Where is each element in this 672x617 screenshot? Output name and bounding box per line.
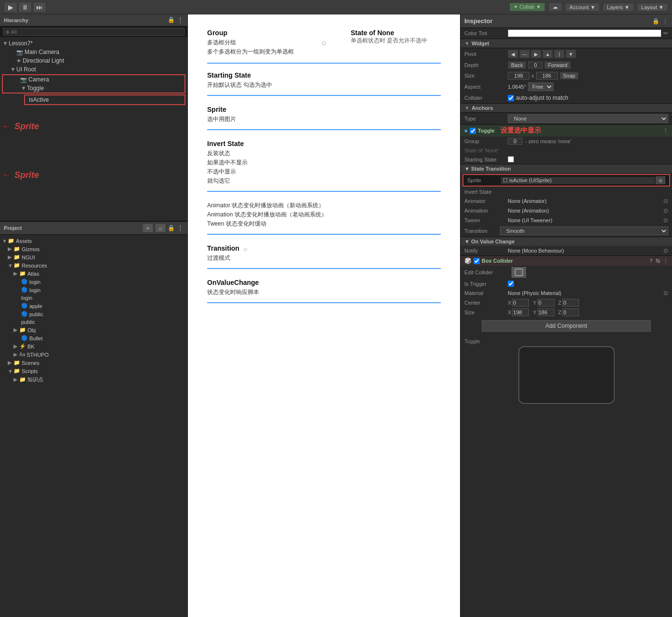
folder-zhishi[interactable]: ▶ 📁 知识点 <box>2 375 185 384</box>
depth-back-button[interactable]: Back <box>508 61 526 69</box>
layout-button[interactable]: Layout ▼ <box>637 3 668 12</box>
project-add-button[interactable]: + <box>143 224 153 232</box>
edit-collider-button[interactable] <box>512 267 526 278</box>
box-collider-settings[interactable]: ⇆ <box>656 258 660 264</box>
pivot-top[interactable]: ▲ <box>542 50 553 58</box>
doc-animation-line: Animation 状态变化时播放动画（老动画系统） <box>207 211 441 219</box>
folder-sthupo[interactable]: ▶ Aa STHUPO <box>2 350 185 359</box>
cloud-button[interactable]: ☁ <box>548 2 562 12</box>
tween-circle-btn[interactable]: ⊙ <box>663 217 668 224</box>
sprite-overlay-area: ← Sprite ← Sprite <box>0 120 187 182</box>
material-circle-btn[interactable]: ⊙ <box>663 290 668 296</box>
size2-z-input[interactable] <box>562 308 579 316</box>
hierarchy-header: Hierarchy 🔒 ⋮ <box>0 14 187 27</box>
pause-button[interactable]: ⏸ <box>18 2 32 13</box>
center-z-input[interactable] <box>562 299 579 307</box>
color-tint-bar[interactable] <box>508 29 661 37</box>
box-collider-help[interactable]: ? <box>649 258 653 264</box>
step-button[interactable]: ⏭ <box>33 2 46 13</box>
play-button[interactable]: ▶ <box>4 2 17 13</box>
pivot-buttons: ◀ — ▶ ▲ | ▼ <box>508 50 576 58</box>
add-component-button[interactable]: Add Component <box>482 320 651 332</box>
size-snap-button[interactable]: Snap <box>560 72 579 80</box>
doc-row-group: Group 多选框分组 多个多选框分为一组则变为单选框 ○ State of N… <box>207 29 441 64</box>
folder-scenes[interactable]: ▶ 📁 Scenes <box>2 359 185 367</box>
inspector-header-icons: 🔒 ⋮ <box>652 18 668 25</box>
depth-forward-button[interactable]: Forward <box>544 61 570 69</box>
folder-bk[interactable]: ▶ ⚡ BK <box>2 342 185 350</box>
project-search-button[interactable]: ⌕ <box>155 224 166 232</box>
animator-circle-btn[interactable]: ⊙ <box>663 198 668 204</box>
pivot-right[interactable]: ▶ <box>531 50 541 58</box>
animation-circle-btn[interactable]: ⊙ <box>663 207 668 214</box>
folder-scripts[interactable]: ▼ 📁 Scripts <box>2 367 185 375</box>
file-login-2[interactable]: 🔵 login <box>2 286 185 294</box>
file-bullet[interactable]: 🔵 Bullet <box>2 334 185 342</box>
file-login-3[interactable]: login <box>2 294 185 302</box>
is-trigger-label: Is Trigger <box>464 281 508 287</box>
anchors-section-header[interactable]: ▼ Anchors <box>461 103 672 113</box>
hierarchy-item-lesson7[interactable]: ▼ Lesson7* <box>0 39 187 48</box>
folder-obj[interactable]: ▶ 📁 Obj <box>2 326 185 334</box>
lock-icon-inspector: 🔒 <box>652 18 659 25</box>
pivot-center-h[interactable]: — <box>519 50 530 58</box>
file-public-2[interactable]: public <box>2 318 185 326</box>
state-transition-arrow: ▼ <box>464 166 471 172</box>
folder-gizmos[interactable]: ▶ 📁 Gizmos <box>2 245 185 253</box>
project-content[interactable]: ▼ 📁 Assets ▶ 📁 Gizmos ▶ 📁 NGUI ▼ 📁 <box>0 235 187 617</box>
aspect-dropdown[interactable]: Free <box>528 82 553 91</box>
doc-section-transition: Transition ○ 过渡模式 <box>207 244 441 269</box>
size2-x-input[interactable] <box>512 308 529 316</box>
file-login-1[interactable]: 🔵 login <box>2 278 185 286</box>
menu-dots[interactable]: ⋮ <box>177 16 184 24</box>
collab-button[interactable]: ✦ Collab ▼ <box>509 2 545 12</box>
hierarchy-item-main-camera[interactable]: 📷 Main Camera <box>0 48 187 56</box>
size-y-input[interactable] <box>536 72 558 80</box>
file-public-1[interactable]: 🔵 public <box>2 310 185 318</box>
pivot-bottom[interactable]: ▼ <box>566 50 576 58</box>
sprite-circle-btn[interactable]: ⊙ <box>656 176 665 184</box>
size2-y-input[interactable] <box>538 308 554 316</box>
hierarchy-item-toggle[interactable]: ▼ Toggle <box>3 84 184 93</box>
folder-atlas[interactable]: ▶ 📁 Atlas <box>2 269 185 278</box>
hierarchy-item-directional-light[interactable]: ☀ Directional Light <box>0 56 187 65</box>
notify-circle-btn[interactable]: ⊙ <box>663 247 668 254</box>
search-input[interactable] <box>3 28 184 36</box>
file-apple[interactable]: 🔵 apple <box>2 302 185 310</box>
circle-icon: ○ <box>321 38 327 48</box>
size-x-input[interactable] <box>508 72 529 80</box>
widget-section-header[interactable]: ▼ Widget <box>461 39 672 48</box>
layers-button[interactable]: Layers ▼ <box>603 3 634 12</box>
group-input[interactable] <box>508 138 522 145</box>
account-button[interactable]: Account ▼ <box>565 3 600 12</box>
collider-checkbox[interactable] <box>508 95 514 101</box>
doc-animator-line: Animator 状态变化时播放动画（新动画系统） <box>207 201 441 210</box>
sprite-field-value[interactable]: ☐ isActive (UISprite) <box>501 177 655 184</box>
depth-input[interactable] <box>528 62 542 68</box>
hierarchy-item-camera[interactable]: 📷 Camera <box>3 75 184 84</box>
folder-resources[interactable]: ▼ 📁 Resources <box>2 261 185 269</box>
box-collider-menu[interactable]: ⋮ <box>663 258 668 264</box>
toggle-section-checkbox[interactable] <box>470 128 476 134</box>
folder-assets[interactable]: ▼ 📁 Assets <box>2 237 185 245</box>
center-x-input[interactable] <box>512 299 529 307</box>
menu-dots-inspector[interactable]: ⋮ <box>662 18 668 25</box>
starting-state-checkbox[interactable] <box>508 156 514 162</box>
toggle-section-menu[interactable]: ⋮ <box>663 128 668 134</box>
pivot-left[interactable]: ◀ <box>508 50 518 58</box>
toggle-preview-label: Toggle <box>464 338 668 344</box>
folder-ngui[interactable]: ▶ 📁 NGUI <box>2 253 185 261</box>
doc-group-title: Group <box>207 29 297 37</box>
transition-label: Transition <box>464 228 500 234</box>
color-tint-eyedropper[interactable]: ✏ <box>663 30 668 37</box>
center-label: Center <box>464 300 508 306</box>
hierarchy-item-ui-root[interactable]: ▼ UI Root <box>0 65 187 74</box>
hierarchy-item-isactive[interactable]: isActive <box>25 95 184 104</box>
anchors-type-select[interactable]: None <box>508 114 668 123</box>
transition-select[interactable]: Smooth <box>500 227 668 235</box>
box-collider-checkbox[interactable] <box>474 258 480 264</box>
center-y-input[interactable] <box>538 299 554 307</box>
menu-dots-project[interactable]: ⋮ <box>177 224 184 232</box>
pivot-center-v[interactable]: | <box>554 50 565 58</box>
is-trigger-checkbox[interactable] <box>508 281 514 287</box>
